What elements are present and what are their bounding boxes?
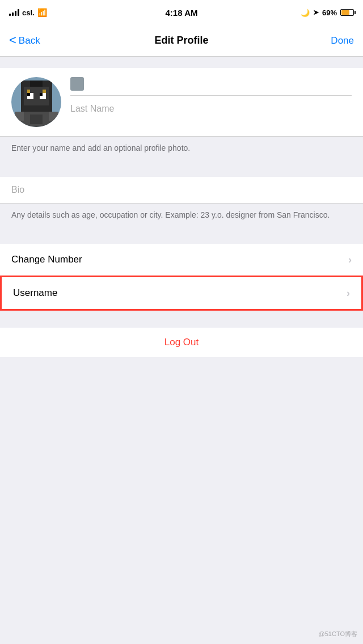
- location-icon: ➤: [313, 9, 319, 16]
- name-fields: [70, 77, 352, 117]
- svg-rect-10: [15, 112, 24, 121]
- logout-section: Log Out: [0, 328, 363, 357]
- svg-rect-6: [40, 93, 43, 96]
- change-number-label: Change Number: [11, 254, 82, 265]
- nav-bar: < Back Edit Profile Done: [0, 25, 363, 57]
- signal-icon: [9, 9, 19, 16]
- logout-button[interactable]: Log Out: [164, 337, 199, 348]
- username-label: Username: [13, 287, 57, 299]
- page-title: Edit Profile: [154, 35, 208, 46]
- profile-section: [0, 68, 363, 137]
- back-label: Back: [19, 35, 40, 46]
- bio-input-container: [0, 177, 363, 204]
- first-name-icon: [70, 77, 84, 91]
- content: Enter your name and add an optional prof…: [0, 57, 363, 357]
- svg-rect-13: [27, 90, 31, 93]
- svg-rect-5: [27, 93, 31, 96]
- change-number-value: ›: [348, 254, 352, 266]
- svg-rect-8: [24, 105, 49, 112]
- carrier-label: csl.: [22, 9, 35, 17]
- profile-info-text: Enter your name and add an optional prof…: [0, 137, 363, 166]
- back-button[interactable]: < Back: [9, 35, 40, 46]
- username-row[interactable]: Username ›: [2, 277, 361, 309]
- bio-section: [0, 177, 363, 204]
- back-chevron-icon: <: [9, 34, 16, 46]
- battery-icon: [340, 9, 354, 16]
- status-time: 4:18 AM: [166, 8, 198, 18]
- svg-rect-14: [43, 90, 46, 93]
- bio-input[interactable]: [11, 185, 352, 195]
- last-name-input[interactable]: [70, 98, 352, 117]
- status-right: 🌙 ➤ 69%: [301, 9, 354, 17]
- username-chevron-icon: ›: [347, 287, 350, 299]
- change-number-chevron-icon: ›: [348, 254, 352, 266]
- avatar[interactable]: [11, 77, 61, 127]
- status-left: csl. 📶: [9, 8, 47, 17]
- svg-rect-7: [30, 80, 43, 87]
- logout-row: Log Out: [0, 328, 363, 357]
- moon-icon: 🌙: [301, 9, 310, 17]
- bio-info-text: Any details such as age, occupation or c…: [0, 204, 363, 232]
- svg-rect-12: [30, 115, 43, 124]
- battery-percent: 69%: [322, 9, 337, 17]
- settings-group: Change Number ›: [0, 244, 363, 276]
- username-group: Username ›: [0, 276, 363, 311]
- wifi-icon: 📶: [37, 8, 47, 17]
- watermark: @51CTO博客: [319, 630, 357, 638]
- svg-rect-11: [49, 112, 58, 121]
- change-number-row[interactable]: Change Number ›: [0, 244, 363, 276]
- done-button[interactable]: Done: [331, 35, 354, 46]
- username-value: ›: [347, 287, 350, 299]
- status-bar: csl. 📶 4:18 AM 🌙 ➤ 69%: [0, 0, 363, 25]
